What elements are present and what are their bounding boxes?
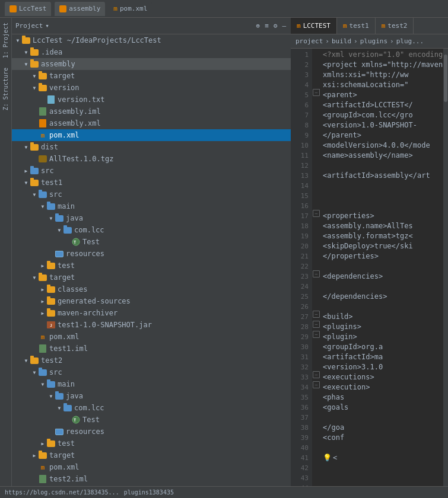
tree-arrow[interactable] — [39, 381, 46, 388]
tree-item-24[interactable]: maven-archiver — [12, 307, 291, 319]
tree-item-23[interactable]: generated-sources — [12, 295, 291, 307]
settings-icon[interactable]: ⚙ — [272, 21, 279, 31]
tree-arrow[interactable] — [39, 309, 46, 317]
tree-arrow[interactable] — [39, 203, 46, 210]
line-num-32: 32 — [291, 362, 309, 372]
tree-arrow[interactable] — [23, 49, 30, 56]
tree-arrow[interactable] — [23, 143, 30, 151]
file-icon-folder-blue — [55, 392, 64, 400]
fold-marker-27[interactable]: − — [313, 311, 320, 318]
breadcrumb-build[interactable]: build — [332, 37, 351, 45]
tree-item-21[interactable]: target — [12, 272, 291, 283]
tree-item-4[interactable]: target — [12, 70, 291, 82]
tree-item-26[interactable]: mpom.xml — [12, 331, 291, 343]
tree-arrow[interactable] — [23, 179, 30, 186]
fold-marker-33[interactable]: − — [313, 371, 320, 378]
tree-arrow[interactable] — [31, 369, 38, 376]
tree-item-19[interactable]: resources — [12, 248, 291, 260]
tree-item-37[interactable]: mpom.xml — [12, 461, 291, 473]
tree-item-34[interactable]: resources — [12, 426, 291, 438]
tree-item-33[interactable]: TTest — [12, 414, 291, 426]
tab-lcctest[interactable]: LccTest — [5, 2, 51, 16]
tab-pomxml[interactable]: m pom.xml — [109, 2, 152, 16]
tree-item-38[interactable]: test2.iml — [12, 473, 291, 485]
tree-item-36[interactable]: target — [12, 449, 291, 461]
tree-item-18[interactable]: TTest — [12, 236, 291, 248]
tree-item-39[interactable]: LccTest.iml — [12, 485, 291, 486]
breadcrumb-plugins[interactable]: plugins — [360, 37, 387, 45]
tree-arrow[interactable] — [23, 60, 30, 68]
tree-arrow[interactable] — [31, 191, 38, 198]
scrollbar[interactable] — [443, 49, 448, 486]
tree-item-2[interactable]: .idea — [12, 46, 291, 58]
tree-item-7[interactable]: assembly.iml — [12, 106, 291, 117]
tree-item-12[interactable]: src — [12, 165, 291, 177]
line-num-30: 30 — [291, 342, 309, 352]
tree-item-35[interactable]: test — [12, 438, 291, 449]
fold-marker-34[interactable]: − — [313, 381, 320, 388]
project-dropdown[interactable]: Project ▾ — [15, 22, 49, 30]
tree-arrow[interactable] — [56, 404, 63, 411]
scrollbar-thumb[interactable] — [444, 55, 447, 102]
tree-arrow[interactable] — [23, 357, 30, 364]
tree-item-32[interactable]: com.lcc — [12, 402, 291, 414]
bulb-icon[interactable]: 💡 — [323, 453, 332, 463]
tree-item-15[interactable]: main — [12, 200, 291, 212]
tree-item-16[interactable]: java — [12, 212, 291, 224]
fold-marker-29[interactable]: − — [313, 331, 320, 338]
tree-item-10[interactable]: dist — [12, 141, 291, 153]
minimize-icon[interactable]: – — [281, 21, 287, 31]
line-num-21: 21 — [291, 251, 309, 261]
tree-item-30[interactable]: main — [12, 378, 291, 390]
tree-item-29[interactable]: src — [12, 366, 291, 378]
tree-arrow[interactable] — [47, 392, 55, 400]
tree-item-22[interactable]: classes — [12, 283, 291, 295]
tree-arrow[interactable] — [31, 452, 38, 459]
tree-item-14[interactable]: src — [12, 189, 291, 200]
editor-tab-test2[interactable]: m test2 — [376, 18, 414, 34]
tree-arrow[interactable] — [23, 167, 30, 174]
tree-arrow[interactable] — [56, 226, 63, 234]
tree-arrow[interactable] — [47, 215, 55, 222]
tree-item-1[interactable]: LccTest ~/IdeaProjects/LccTest — [12, 34, 291, 46]
tree-item-27[interactable]: test1.iml — [12, 343, 291, 355]
tree-item-11[interactable]: AllTest.1.0.tgz — [12, 153, 291, 165]
tree-item-3[interactable]: assembly — [12, 58, 291, 70]
tree-arrow[interactable] — [31, 84, 38, 91]
tree-arrow[interactable] — [39, 298, 46, 305]
tree-item-25[interactable]: Jtest1-1.0-SNAPSHOT.jar — [12, 319, 291, 331]
editor-tab-lcctest[interactable]: m LCCTEST — [291, 18, 337, 34]
collapse-icon[interactable]: ≡ — [263, 21, 270, 31]
code-line-35: <phas — [323, 392, 443, 403]
project-dropdown-label: Project — [15, 22, 43, 30]
tree-arrow[interactable] — [39, 262, 46, 269]
fold-marker-5[interactable]: − — [313, 89, 320, 96]
breadcrumb-project[interactable]: project — [296, 37, 323, 45]
vtab-project[interactable]: 1: Project — [1, 18, 10, 63]
tree-arrow[interactable] — [39, 286, 46, 293]
tree-item-20[interactable]: test — [12, 260, 291, 272]
tree-arrow[interactable] — [31, 274, 38, 281]
tree-item-5[interactable]: version — [12, 82, 291, 94]
tab-assembly[interactable]: assembly — [55, 2, 105, 16]
tree-item-17[interactable]: com.lcc — [12, 224, 291, 236]
tree-item-6[interactable]: version.txt — [12, 94, 291, 106]
file-tree[interactable]: LccTest ~/IdeaProjects/LccTest.ideaassem… — [12, 34, 291, 486]
fold-marker-23[interactable]: − — [313, 270, 320, 277]
tree-arrow[interactable] — [39, 440, 46, 447]
tree-item-9[interactable]: mpom.xml — [12, 129, 291, 141]
fold-marker-28[interactable]: − — [313, 321, 320, 328]
code-content[interactable]: <?xml version="1.0" encoding= <project x… — [320, 49, 443, 486]
tree-arrow[interactable] — [14, 37, 21, 44]
tree-item-13[interactable]: test1 — [12, 177, 291, 189]
tree-item-31[interactable]: java — [12, 390, 291, 402]
tree-arrow[interactable] — [31, 72, 38, 79]
vtab-structure[interactable]: Z: Structure — [1, 63, 10, 115]
tree-item-8[interactable]: assembly.xml — [12, 117, 291, 129]
breadcrumb-plug[interactable]: plug... — [396, 37, 424, 45]
tree-item-28[interactable]: test2 — [12, 355, 291, 366]
locate-icon[interactable]: ⊕ — [255, 21, 262, 31]
fold-marker-17[interactable]: − — [313, 210, 320, 217]
editor-tab-test1[interactable]: m test1 — [337, 18, 376, 34]
code-line-27: <build> — [323, 312, 443, 322]
